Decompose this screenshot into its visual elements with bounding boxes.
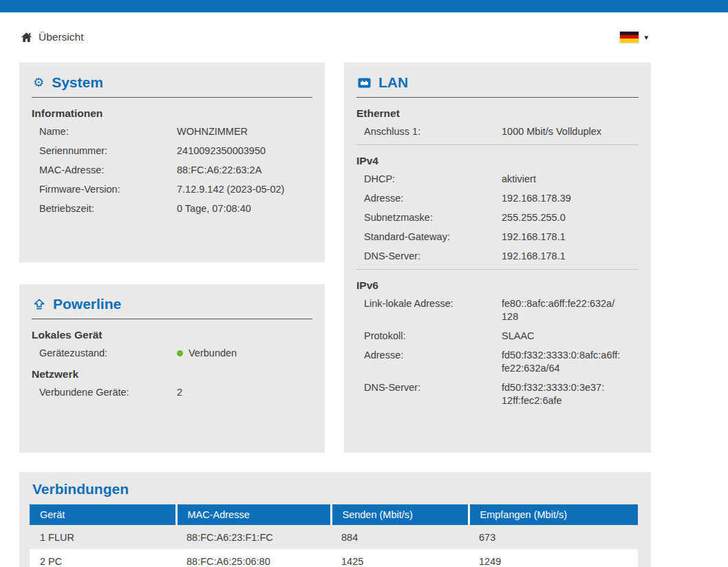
lan-title-label: LAN xyxy=(378,74,408,91)
page-content: Übersicht ▾ ⚙ System Informationen Name:… xyxy=(19,31,651,567)
row-label: DNS-Server: xyxy=(364,250,502,263)
ethernet-port-icon xyxy=(358,78,371,88)
cards-grid: ⚙ System Informationen Name: WOHNZIMMER … xyxy=(19,63,651,453)
cell-send: 1425 xyxy=(331,549,469,567)
powerline-local-rows: Gerätezustand: Verbunden xyxy=(39,347,312,360)
row-connected-devices: Verbundene Geräte: 2 xyxy=(39,386,312,399)
info-row-name: Name: WOHNZIMMER xyxy=(39,125,312,138)
column-header-geraet: Gerät xyxy=(30,504,176,525)
caret-down-icon: ▾ xyxy=(644,34,648,41)
info-row-mac: MAC-Adresse: 88:FC:A6:22:63:2A xyxy=(39,164,312,177)
section-divider xyxy=(356,269,639,270)
page-header: Übersicht ▾ xyxy=(21,31,651,43)
cell-device: 1 FLUR xyxy=(30,525,176,549)
lan-ipv4-rows: DHCP: aktiviert Adresse: 192.168.178.39 … xyxy=(364,173,639,263)
connections-table: Gerät MAC-Adresse Senden (Mbit/s) Empfan… xyxy=(30,504,638,567)
row-label: Anschluss 1: xyxy=(364,125,502,138)
row-link-local: Link-lokale Adresse: fe80::8afc:a6ff:fe2… xyxy=(364,297,639,323)
info-row-firmware: Firmware-Version: 7.12.9.142 (2023-05-02… xyxy=(39,183,312,196)
row-value: SLAAC xyxy=(502,330,639,343)
row-label: DHCP: xyxy=(364,173,502,186)
breadcrumb-label: Übersicht xyxy=(39,31,83,43)
left-column: ⚙ System Informationen Name: WOHNZIMMER … xyxy=(19,63,325,453)
row-device-state: Gerätezustand: Verbunden xyxy=(39,347,312,360)
cell-receive: 1249 xyxy=(469,549,638,567)
row-label: Adresse: xyxy=(364,349,502,375)
connections-card: Verbindungen Gerät MAC-Adresse Senden (M… xyxy=(19,472,651,567)
home-icon xyxy=(21,32,32,43)
row-value: 2 xyxy=(177,386,312,399)
system-card: ⚙ System Informationen Name: WOHNZIMMER … xyxy=(19,63,325,262)
row-value: 192.168.178.1 xyxy=(502,250,639,263)
cell-mac: 88:FC:A6:23:F1:FC xyxy=(176,525,331,549)
cell-mac: 88:FC:A6:25:06:80 xyxy=(176,549,331,567)
row-label: Betriebszeit: xyxy=(39,202,177,215)
info-row-serial: Seriennummer: 2410092350003950 xyxy=(39,145,312,158)
row-value: 0 Tage, 07:08:40 xyxy=(177,202,312,215)
section-divider xyxy=(356,145,639,145)
row-label: DNS-Server: xyxy=(364,381,502,407)
section-heading-netzwerk: Netzwerk xyxy=(32,368,312,381)
column-header-senden: Senden (Mbit/s) xyxy=(331,504,469,525)
table-row: 1 FLUR 88:FC:A6:23:F1:FC 884 673 xyxy=(30,525,638,549)
row-ipv6-dns: DNS-Server: fd50:f332:3333:0:3e37: 12ff:… xyxy=(364,381,639,407)
breadcrumb[interactable]: Übersicht xyxy=(21,31,83,43)
row-value: 1000 Mbit/s Vollduplex xyxy=(502,125,639,138)
table-row: 2 PC 88:FC:A6:25:06:80 1425 1249 xyxy=(30,549,638,567)
row-value: 255.255.255.0 xyxy=(502,211,639,224)
section-heading-ethernet: Ethernet xyxy=(356,107,639,120)
system-info-rows: Name: WOHNZIMMER Seriennummer: 241009235… xyxy=(39,125,312,215)
section-heading-lokales-geraet: Lokales Gerät xyxy=(32,329,312,341)
row-value: WOHNZIMMER xyxy=(177,125,312,138)
section-heading-informationen: Informationen xyxy=(32,107,312,120)
row-label: Gerätezustand: xyxy=(39,347,177,360)
row-port1: Anschluss 1: 1000 Mbit/s Vollduplex xyxy=(364,125,639,138)
row-label: Firmware-Version: xyxy=(39,183,177,196)
cell-send: 884 xyxy=(331,525,469,549)
status-text: Verbunden xyxy=(189,347,237,359)
language-selector[interactable]: ▾ xyxy=(620,32,648,43)
row-ipv4-dns: DNS-Server: 192.168.178.1 xyxy=(364,250,639,263)
powerline-network-rows: Verbundene Geräte: 2 xyxy=(39,386,312,399)
column-header-empfangen: Empfangen (Mbit/s) xyxy=(469,504,638,525)
row-label: Verbundene Geräte: xyxy=(39,386,177,399)
connections-title: Verbindungen xyxy=(32,481,638,498)
row-ipv4-address: Adresse: 192.168.178.39 xyxy=(364,192,639,205)
arrow-up-from-bar-icon xyxy=(33,298,45,310)
powerline-card: Powerline Lokales Gerät Gerätezustand: V… xyxy=(19,284,325,453)
lan-ethernet-rows: Anschluss 1: 1000 Mbit/s Vollduplex xyxy=(364,125,639,138)
row-label: Subnetzmaske: xyxy=(364,211,502,224)
row-value: 7.12.9.142 (2023-05-02) xyxy=(177,183,312,196)
info-row-uptime: Betriebszeit: 0 Tage, 07:08:40 xyxy=(39,202,312,215)
lan-card: LAN Ethernet Anschluss 1: 1000 Mbit/s Vo… xyxy=(344,63,651,453)
cell-receive: 673 xyxy=(469,525,638,549)
table-header-row: Gerät MAC-Adresse Senden (Mbit/s) Empfan… xyxy=(30,504,638,525)
row-label: Standard-Gateway: xyxy=(364,231,502,244)
top-navigation-bar xyxy=(0,0,728,12)
section-heading-ipv6: IPv6 xyxy=(356,279,639,292)
gear-icon: ⚙ xyxy=(33,76,44,89)
row-label: Protokoll: xyxy=(364,330,502,343)
powerline-card-title: Powerline xyxy=(32,292,312,319)
row-value: 192.168.178.39 xyxy=(502,192,639,205)
row-value: fd50:f332:3333:0:8afc:a6ff: fe22:632a/64 xyxy=(502,349,639,375)
lan-card-title: LAN xyxy=(356,71,639,98)
row-label: MAC-Adresse: xyxy=(39,164,177,177)
section-heading-ipv4: IPv4 xyxy=(356,155,639,167)
row-subnet-mask: Subnetzmaske: 255.255.255.0 xyxy=(364,211,639,224)
row-label: Seriennummer: xyxy=(39,145,177,158)
column-header-mac: MAC-Adresse xyxy=(176,504,331,525)
row-dhcp: DHCP: aktiviert xyxy=(364,173,639,186)
row-ipv6-address: Adresse: fd50:f332:3333:0:8afc:a6ff: fe2… xyxy=(364,349,639,375)
row-value: fd50:f332:3333:0:3e37: 12ff:fec2:6afe xyxy=(502,381,639,407)
german-flag-icon xyxy=(620,32,639,43)
system-title-label: System xyxy=(52,74,103,91)
row-label: Link-lokale Adresse: xyxy=(364,297,502,323)
row-label: Name: xyxy=(39,125,177,138)
row-value: 192.168.178.1 xyxy=(502,231,639,244)
row-value: 88:FC:A6:22:63:2A xyxy=(177,164,312,177)
system-card-title: ⚙ System xyxy=(32,71,312,98)
powerline-title-label: Powerline xyxy=(53,296,121,312)
row-gateway: Standard-Gateway: 192.168.178.1 xyxy=(364,231,639,244)
device-status: Verbunden xyxy=(177,347,312,360)
